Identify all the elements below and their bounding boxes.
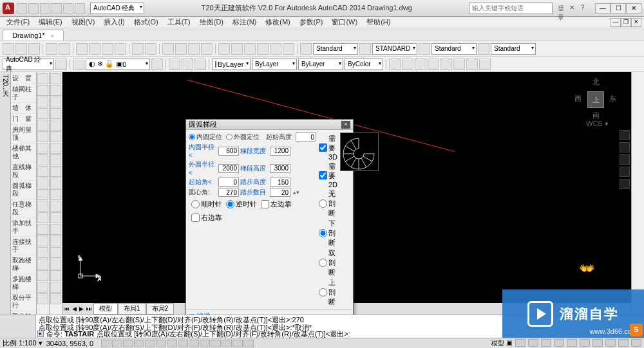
menu-wall[interactable]: 墙 体 (11, 103, 36, 114)
ellipsearc-icon[interactable] (37, 189, 48, 200)
table-icon[interactable] (37, 270, 48, 281)
app-icon[interactable] (3, 3, 14, 14)
t-icon-10[interactable] (50, 178, 61, 188)
tool-match-icon[interactable] (115, 43, 126, 55)
help-icon[interactable]: ? (581, 4, 590, 13)
viewcube-top[interactable]: 上 (587, 91, 604, 108)
spline-icon[interactable] (37, 166, 48, 177)
tab-layout2[interactable]: 布局2 (146, 303, 175, 315)
tool-plot-icon[interactable] (46, 43, 57, 55)
zoom-extents-icon[interactable] (620, 154, 630, 165)
region-icon[interactable] (37, 259, 48, 270)
ws-settings-icon[interactable] (55, 59, 67, 70)
doc-minimize-button[interactable]: — (611, 18, 621, 27)
grid-toggle[interactable] (112, 340, 122, 347)
step-height-input[interactable] (270, 178, 290, 187)
quickview-drawings-icon[interactable] (528, 339, 538, 347)
xline-icon[interactable] (37, 85, 48, 96)
doc-restore-button[interactable]: ❐ (621, 18, 631, 27)
qat-redo-icon[interactable] (63, 3, 73, 14)
hardware-accel-icon[interactable] (605, 339, 616, 347)
tablestyle-combo[interactable]: Standard (431, 43, 477, 55)
tab-model[interactable]: 模型 (93, 303, 118, 315)
doc-tab-drawing1[interactable]: Drawing1* × (3, 30, 64, 41)
cmd-prompt-icon[interactable]: ▸ (37, 331, 44, 337)
tool-pan-icon[interactable] (162, 43, 174, 55)
measure-list-icon[interactable] (453, 59, 465, 70)
textstyle-icon[interactable] (300, 43, 312, 55)
annoscale-icon[interactable] (541, 339, 551, 347)
color-combo[interactable]: ByLayer (212, 59, 251, 70)
exchange-icon[interactable]: ✕ (569, 4, 578, 13)
block-edit-icon[interactable] (194, 59, 206, 70)
tool-save-icon[interactable] (28, 43, 40, 55)
circle-icon[interactable] (37, 143, 48, 154)
menu-door[interactable]: 门 窗 (11, 114, 36, 125)
t-icon-8[interactable] (50, 154, 61, 165)
mtext-icon[interactable] (37, 282, 48, 293)
t-icon-1[interactable] (50, 73, 61, 84)
lwt-toggle[interactable] (200, 340, 210, 347)
ws-switch-icon[interactable] (580, 339, 590, 347)
isolate-icon[interactable] (618, 339, 629, 347)
tool-zoomprev-icon[interactable] (201, 43, 213, 55)
tab-nav-next[interactable]: ▶ (78, 306, 85, 312)
mleaderstyle-combo[interactable]: Standard (491, 43, 536, 55)
menu-file[interactable]: 文件(F) (3, 17, 33, 27)
ducs-toggle[interactable] (178, 340, 188, 347)
annoauto-icon[interactable] (567, 339, 577, 347)
scale-control[interactable]: 比例 1:100 ▾ (3, 338, 43, 348)
viewcube-south[interactable]: 南 (592, 111, 600, 120)
sc-toggle[interactable] (232, 340, 243, 347)
tablestyle-icon[interactable] (419, 43, 430, 55)
workspace-combo-2[interactable]: AutoCAD 经典 (3, 59, 54, 70)
qat-print-icon[interactable] (75, 3, 85, 14)
dialog-close-button[interactable]: × (341, 121, 350, 129)
point-icon[interactable] (37, 224, 48, 235)
revcloud-icon[interactable] (37, 154, 48, 165)
otrack-toggle[interactable] (167, 340, 177, 347)
tool-preview-icon[interactable] (59, 43, 70, 55)
menu-stair[interactable]: 楼梯其他 (11, 143, 36, 162)
viewcube[interactable]: 北 南 西 东 上 WCS ▾ (573, 77, 618, 122)
tool-calc-icon[interactable] (283, 43, 294, 55)
viewcube-west[interactable]: 西 (574, 94, 582, 104)
stair-height-input[interactable] (270, 164, 290, 173)
make-block-icon[interactable] (182, 59, 193, 70)
stair-width-input[interactable] (270, 147, 290, 156)
quickview-layouts-icon[interactable] (515, 339, 526, 347)
inner-pos-radio[interactable] (189, 134, 195, 140)
tool-props-icon[interactable] (218, 43, 230, 55)
t-icon-3[interactable] (50, 96, 61, 107)
menu-arc-stair[interactable]: 圆弧梯段 (11, 181, 36, 199)
top-cut-radio[interactable] (319, 288, 327, 297)
polygon-icon[interactable] (37, 108, 48, 119)
ccw-radio[interactable] (191, 200, 200, 208)
inner-radius-label[interactable]: 内圆半径< (189, 143, 217, 159)
help-search-input[interactable] (469, 3, 553, 14)
tab-nav-first[interactable]: ⏮ (62, 306, 71, 312)
start-height-input[interactable] (296, 133, 316, 142)
tool-tp-icon[interactable] (244, 43, 256, 55)
menu-double-run[interactable]: 双跑楼梯 (11, 255, 36, 274)
showmotion-icon[interactable] (620, 179, 630, 189)
outer-radius-input[interactable] (218, 164, 239, 173)
t-icon-19[interactable] (50, 282, 61, 293)
dimstyle-combo[interactable]: STANDARD (372, 43, 417, 55)
start-angle-input[interactable] (218, 178, 239, 187)
menu-window[interactable]: 窗口(W) (328, 17, 361, 27)
insert-block-icon[interactable] (169, 59, 180, 70)
t-icon-16[interactable] (50, 247, 61, 258)
layer-combo[interactable]: ◐ ❄ 🔓 ▣ 0 (86, 59, 150, 70)
tool-dc-icon[interactable] (231, 43, 243, 55)
snap-toggle[interactable] (101, 340, 111, 347)
osnap-toggle[interactable] (145, 340, 155, 347)
minimize-button[interactable]: — (595, 3, 611, 14)
tool-markup-icon[interactable] (270, 43, 281, 55)
menu-view[interactable]: 视图(V) (68, 17, 99, 27)
t-icon-15[interactable] (50, 235, 61, 246)
tab-layout1[interactable]: 布局1 (118, 303, 146, 315)
qp-toggle[interactable] (222, 340, 232, 347)
no-cut-radio[interactable] (319, 199, 327, 208)
left-palette-tab[interactable]: T20天... (0, 72, 11, 315)
